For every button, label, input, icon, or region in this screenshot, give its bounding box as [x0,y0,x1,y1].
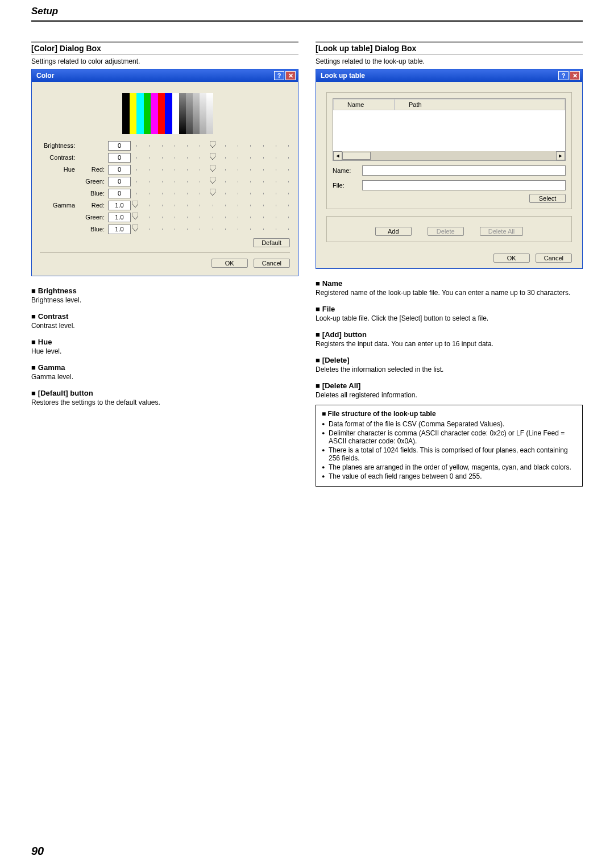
val-gamma-red[interactable]: 1.0 [108,201,131,210]
doc-item-title: ■[Default] button [31,389,298,397]
doc-item: ■[Default] buttonRestores the settings t… [31,389,298,406]
ok-button[interactable]: OK [493,254,530,263]
scroll-right-icon[interactable]: ► [556,151,565,160]
help-icon[interactable]: ? [274,71,284,80]
val-gamma-green[interactable]: 1.0 [108,213,131,222]
label-name: Name: [333,167,362,174]
cancel-button[interactable]: Cancel [536,254,572,263]
slider-hue-green[interactable] [135,177,290,186]
lut-col-path[interactable]: Path [395,99,565,110]
note-bullet: The planes are arranged in the order of … [322,463,576,471]
svg-marker-6 [132,213,138,219]
doc-item: ■ContrastContrast level. [31,312,298,330]
left-column: [Color] Dialog Box Settings related to c… [31,41,298,487]
slider-thumb-icon[interactable] [210,177,215,184]
val-hue-green[interactable]: 0 [108,177,131,186]
slider-gamma-red[interactable] [135,201,290,210]
lut-col-name[interactable]: Name [333,99,395,110]
slider-hue-red[interactable] [135,165,290,174]
slider-thumb-icon[interactable] [210,141,215,148]
doc-item: ■[Delete]Deletes the information selecte… [316,356,583,373]
note-bullet: The value of each field ranges between 0… [322,472,576,480]
close-icon[interactable]: ✕ [570,71,580,80]
svg-marker-4 [210,189,215,196]
doc-item-desc: Registered name of the look-up table fil… [316,289,583,297]
lut-list[interactable]: Name Path ◄ ► [333,98,566,161]
delete-all-button[interactable]: Delete All [480,227,523,236]
val-hue-red[interactable]: 0 [108,165,131,175]
page-title: Setup [31,0,583,22]
ok-button[interactable]: OK [211,259,248,268]
slider-gamma-blue[interactable] [135,225,290,234]
svg-marker-0 [210,141,215,148]
color-section-desc: Settings related to color adjustment. [31,57,298,65]
color-section-title: [Color] Dialog Box [31,41,298,55]
label-hue-green: Green: [80,178,108,185]
slider-thumb-icon[interactable] [210,165,215,172]
row-gamma-blue: Blue: 1.0 [40,223,290,235]
input-file[interactable] [362,180,566,190]
lut-dialog: Look up table ? ✕ Name Path ◄ [316,69,583,269]
doc-item: ■[Add] buttonRegisters the input data. Y… [316,330,583,348]
val-hue-blue[interactable]: 0 [108,189,131,198]
val-contrast[interactable]: 0 [108,153,131,163]
select-button[interactable]: Select [529,194,566,203]
doc-item: ■GammaGamma level. [31,363,298,381]
label-contrast: Contrast: [40,154,80,161]
note-bullet: There is a total of 1024 fields. This is… [322,446,576,462]
slider-contrast[interactable] [135,153,290,162]
doc-item: ■[Delete All]Deletes all registered info… [316,381,583,399]
dialog-title: Color [36,72,54,80]
note-bullet: Delimiter character is comma (ASCII char… [322,429,576,445]
delete-button[interactable]: Delete [428,227,464,236]
color-dialog: Color ? ✕ [31,69,298,276]
input-name[interactable] [362,165,566,176]
h-scrollbar[interactable]: ◄ ► [333,151,565,160]
slider-thumb-icon[interactable] [210,153,215,160]
close-icon[interactable]: ✕ [285,71,296,80]
svg-marker-2 [210,165,215,172]
doc-item-desc: Contrast level. [31,322,298,330]
lut-panel-buttons: Add Delete Delete All [326,216,572,242]
label-hue-red: Red: [80,166,108,173]
scroll-left-icon[interactable]: ◄ [333,151,342,160]
color-preview [122,93,213,134]
row-contrast: Contrast: 0 [40,152,290,163]
doc-item: ■HueHue level. [31,338,298,355]
row-gamma-green: Green: 1.0 [40,211,290,223]
doc-item-desc: Brightness level. [31,296,298,304]
val-brightness[interactable]: 0 [108,141,131,151]
slider-brightness[interactable] [135,141,290,150]
doc-item: ■BrightnessBrightness level. [31,286,298,304]
slider-thumb-icon[interactable] [132,213,138,219]
label-gamma-green: Green: [80,214,108,221]
cancel-button[interactable]: Cancel [254,259,290,268]
slider-hue-blue[interactable] [135,189,290,198]
dialog-title: Look up table [321,72,365,80]
lut-panel-list: Name Path ◄ ► Name: [326,92,572,209]
val-gamma-blue[interactable]: 1.0 [108,225,131,234]
slider-thumb-icon[interactable] [210,189,215,196]
doc-item-desc: Deletes the information selected in the … [316,366,583,373]
default-button[interactable]: Default [253,238,290,247]
add-button[interactable]: Add [375,227,412,236]
doc-item-title: ■[Delete] [316,356,583,364]
help-icon[interactable]: ? [558,71,569,80]
titlebar: Look up table ? ✕ [316,69,582,82]
label-gamma-group: Gamma [40,202,80,209]
label-gamma-red: Red: [80,202,108,209]
scroll-thumb[interactable] [342,152,371,160]
slider-thumb-icon[interactable] [132,225,138,231]
svg-marker-7 [132,225,138,231]
row-hue-red: Hue Red: 0 [40,164,290,175]
doc-item: ■NameRegistered name of the look-up tabl… [316,279,583,297]
doc-item-desc: Registers the input data. You can enter … [316,340,583,348]
label-file: File: [333,182,362,189]
note-box: ■ File structure of the look-up table Da… [316,405,583,487]
slider-thumb-icon[interactable] [132,201,138,207]
slider-gamma-green[interactable] [135,213,290,222]
doc-item-title: ■Hue [31,338,298,346]
doc-item-desc: Hue level. [31,347,298,355]
doc-item-title: ■[Add] button [316,330,583,339]
titlebar: Color ? ✕ [32,69,298,82]
